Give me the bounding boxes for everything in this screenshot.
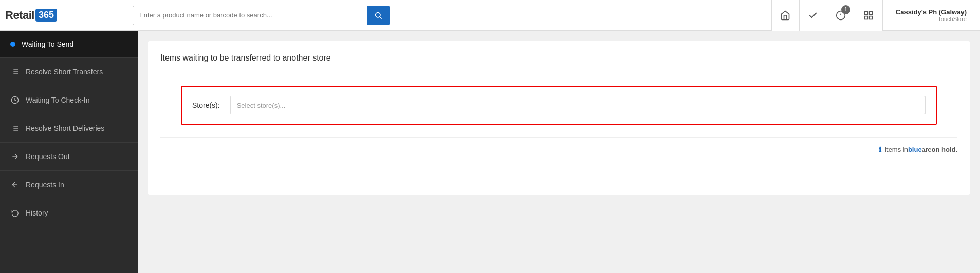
info-text-middle: are [922, 146, 932, 153]
info-row: ℹ Items in blue are on hold. [160, 137, 957, 153]
checkmark-nav-button[interactable] [800, 0, 827, 31]
svg-rect-6 [870, 11, 873, 14]
nav-icons: 1 [771, 0, 883, 31]
user-area[interactable]: Cassidy's Ph (Galway) TouchStore [887, 0, 975, 31]
notification-nav-button[interactable]: 1 [827, 0, 855, 31]
info-bold-text: on hold. [931, 146, 957, 153]
svg-rect-7 [870, 16, 873, 19]
info-text-prefix: Items in [884, 146, 908, 153]
sidebar-label-waiting-to-check-in: Waiting To Check-In [26, 96, 90, 104]
active-indicator [10, 42, 15, 47]
search-area [133, 6, 390, 25]
transfer-icon [863, 10, 874, 21]
notification-badge: 1 [841, 5, 850, 14]
navbar: Retail 365 1 [0, 0, 980, 31]
info-blue-text: blue [908, 146, 922, 153]
list-icon-resolve-short-transfers [10, 67, 20, 76]
logo-retail-text: Retail [5, 9, 34, 22]
content-area: Items waiting to be transferred to anoth… [138, 31, 980, 273]
sidebar-item-waiting-to-send[interactable]: Waiting To Send [0, 31, 138, 58]
home-icon [780, 10, 790, 21]
sidebar-item-resolve-short-deliveries[interactable]: Resolve Short Deliveries [0, 114, 138, 143]
store-select-row: Store(s): Select store(s)... [181, 86, 937, 125]
list-icon-resolve-short-deliveries [10, 124, 20, 133]
content-card: Items waiting to be transferred to anoth… [148, 41, 970, 195]
sidebar-label-history: History [26, 209, 48, 217]
store-select[interactable]: Select store(s)... [230, 96, 926, 114]
sidebar-label-waiting-to-send: Waiting To Send [22, 40, 73, 48]
logo-365-text: 365 [35, 9, 57, 22]
sidebar-item-history[interactable]: History [0, 199, 138, 227]
arrow-right-icon-requests-out [10, 152, 20, 161]
search-button[interactable] [367, 6, 390, 25]
check-icon [808, 10, 818, 21]
sidebar-label-resolve-short-transfers: Resolve Short Transfers [26, 68, 103, 76]
store-label: Store(s): [192, 101, 220, 109]
sidebar-item-waiting-to-check-in[interactable]: Waiting To Check-In [0, 86, 138, 114]
clock-icon-waiting-check-in [10, 95, 20, 105]
main-layout: Waiting To Send Resolve Short Transfers … [0, 31, 980, 273]
history-icon [10, 208, 20, 218]
info-icon: ℹ [879, 146, 881, 153]
transfer-nav-button[interactable] [855, 0, 883, 31]
home-nav-button[interactable] [772, 0, 800, 31]
svg-rect-8 [865, 16, 868, 19]
card-title: Items waiting to be transferred to anoth… [160, 53, 957, 71]
svg-line-1 [380, 17, 382, 19]
arrow-left-icon-requests-in [10, 180, 20, 189]
search-icon [374, 11, 382, 20]
svg-rect-5 [865, 11, 868, 14]
sidebar-label-requests-out: Requests Out [26, 152, 70, 161]
user-name: Cassidy's Ph (Galway) [896, 8, 967, 16]
search-input[interactable] [133, 6, 367, 25]
sidebar-label-resolve-short-deliveries: Resolve Short Deliveries [26, 124, 104, 132]
logo: Retail 365 [5, 9, 87, 22]
sidebar-item-requests-in[interactable]: Requests In [0, 171, 138, 199]
svg-point-0 [376, 12, 380, 17]
sidebar-item-requests-out[interactable]: Requests Out [0, 143, 138, 171]
user-store: TouchStore [938, 16, 967, 22]
sidebar: Waiting To Send Resolve Short Transfers … [0, 31, 138, 273]
sidebar-label-requests-in: Requests In [26, 181, 64, 189]
sidebar-item-resolve-short-transfers[interactable]: Resolve Short Transfers [0, 58, 138, 86]
